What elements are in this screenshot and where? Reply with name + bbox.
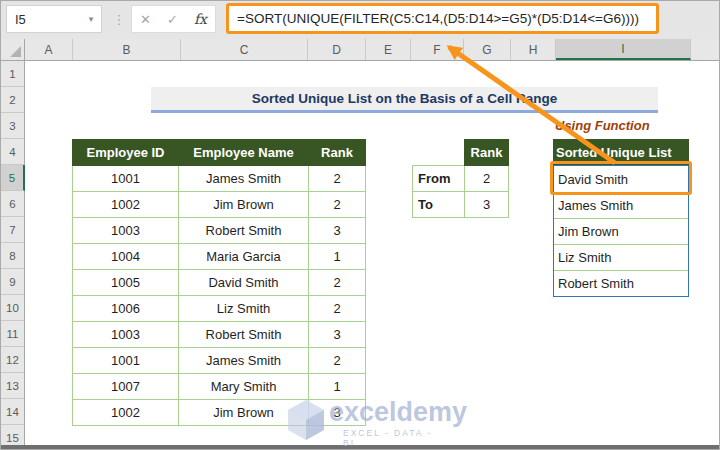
employee-table-header-row: Employee ID Employee Name Rank — [73, 140, 366, 166]
column-header-e[interactable]: E — [366, 39, 411, 60]
row-headers: 1 2 3 4 5 6 7 8 9 10 11 12 13 14 15 — [1, 61, 25, 450]
table-row: 1007Mary Smith1 — [73, 374, 366, 400]
cell-b8[interactable]: 1004 — [73, 244, 179, 270]
to-value-g6[interactable]: 3 — [465, 192, 509, 218]
cell-b12[interactable]: 1001 — [73, 348, 179, 374]
cell-c6[interactable]: Jim Brown — [179, 192, 309, 218]
from-label[interactable]: From — [413, 166, 465, 192]
column-header-a[interactable]: A — [25, 39, 73, 60]
column-header-d[interactable]: D — [308, 39, 366, 60]
row-header-7[interactable]: 7 — [1, 217, 25, 243]
column-header-i-selected[interactable]: I — [556, 39, 691, 60]
result-cell-i7[interactable]: Jim Brown — [554, 218, 688, 244]
criteria-table: Rank From 2 To 3 — [412, 139, 509, 218]
table-row: 1004Maria Garcia1 — [73, 244, 366, 270]
insert-function-icon[interactable]: fx — [194, 11, 207, 27]
row-header-9[interactable]: 9 — [1, 269, 25, 295]
cell-d10[interactable]: 2 — [309, 296, 366, 322]
criteria-rank-header[interactable]: Rank — [465, 140, 509, 166]
cell-d13[interactable]: 1 — [309, 374, 366, 400]
column-header-b[interactable]: B — [73, 39, 181, 60]
row-header-13[interactable]: 13 — [1, 373, 25, 399]
row-header-8[interactable]: 8 — [1, 243, 25, 269]
table-row: 1001James Smith2 — [73, 166, 366, 192]
criteria-header-row: Rank — [413, 140, 509, 166]
cancel-icon[interactable]: ✕ — [140, 12, 151, 27]
result-cell-i5-active[interactable]: David Smith — [554, 166, 688, 192]
cell-b5[interactable]: 1001 — [73, 166, 179, 192]
cell-c7[interactable]: Robert Smith — [179, 218, 309, 244]
toolbar-separator-icon: ⋮ — [112, 5, 126, 33]
table-row: From 2 — [413, 166, 509, 192]
cell-d9[interactable]: 2 — [309, 270, 366, 296]
row-header-12[interactable]: 12 — [1, 347, 25, 373]
cell-c5[interactable]: James Smith — [179, 166, 309, 192]
employee-id-header[interactable]: Employee ID — [73, 140, 179, 166]
row-header-5-selected[interactable]: 5 — [1, 165, 25, 191]
excel-window: I5 ▾ ⋮ ✕ ✓ fx =SORT(UNIQUE(FILTER(C5:C14… — [0, 0, 720, 450]
cell-c10[interactable]: Liz Smith — [179, 296, 309, 322]
name-box-dropdown-icon[interactable]: ▾ — [81, 14, 101, 24]
result-cell-i8[interactable]: Liz Smith — [554, 244, 688, 270]
cell-b9[interactable]: 1005 — [73, 270, 179, 296]
formula-bar[interactable]: =SORT(UNIQUE(FILTER(C5:C14,(D5:D14>=G5)*… — [226, 3, 659, 34]
cell-c14[interactable]: Jim Brown — [179, 400, 309, 426]
cell-c11[interactable]: Robert Smith — [179, 322, 309, 348]
cell-c13[interactable]: Mary Smith — [179, 374, 309, 400]
name-box[interactable]: I5 ▾ — [6, 5, 102, 33]
cell-d14[interactable]: 3 — [309, 400, 366, 426]
table-row: 1006Liz Smith2 — [73, 296, 366, 322]
cell-c9[interactable]: David Smith — [179, 270, 309, 296]
formula-toolbar: I5 ▾ ⋮ ✕ ✓ fx =SORT(UNIQUE(FILTER(C5:C14… — [1, 1, 720, 39]
row-header-4[interactable]: 4 — [1, 139, 25, 165]
row-header-3[interactable]: 3 — [1, 113, 25, 139]
row-header-10[interactable]: 10 — [1, 295, 25, 321]
cell-c12[interactable]: James Smith — [179, 348, 309, 374]
formula-buttons: ✕ ✓ fx — [131, 5, 216, 33]
result-cell-i6[interactable]: James Smith — [554, 192, 688, 218]
enter-icon[interactable]: ✓ — [167, 12, 178, 27]
column-header-f[interactable]: F — [411, 39, 464, 60]
name-box-value: I5 — [7, 12, 81, 27]
column-header-c[interactable]: C — [181, 39, 308, 60]
to-label[interactable]: To — [413, 192, 465, 218]
table-row: 1002Jim Brown3 — [73, 400, 366, 426]
row-header-2[interactable]: 2 — [1, 87, 25, 113]
cell-d12[interactable]: 2 — [309, 348, 366, 374]
column-headers: A B C D E F G H I — [1, 39, 720, 61]
cell-d5[interactable]: 2 — [309, 166, 366, 192]
cell-b11[interactable]: 1003 — [73, 322, 179, 348]
table-row: 1003Robert Smith3 — [73, 322, 366, 348]
from-value-g5[interactable]: 2 — [465, 166, 509, 192]
sorted-unique-list-header[interactable]: Sorted Unique List — [553, 139, 689, 165]
sheet-area: 1 2 3 4 5 6 7 8 9 10 11 12 13 14 15 Sort… — [1, 61, 720, 450]
result-cell-i9[interactable]: Robert Smith — [554, 270, 688, 296]
worksheet-title[interactable]: Sorted Unique List on the Basis of a Cel… — [151, 87, 658, 113]
row-header-1[interactable]: 1 — [1, 61, 25, 87]
cell-c8[interactable]: Maria Garcia — [179, 244, 309, 270]
cell-d11[interactable]: 3 — [309, 322, 366, 348]
cell-d7[interactable]: 3 — [309, 218, 366, 244]
window-bottom-edge — [1, 445, 720, 450]
cell-d8[interactable]: 1 — [309, 244, 366, 270]
column-header-g[interactable]: G — [464, 39, 511, 60]
cell-b10[interactable]: 1006 — [73, 296, 179, 322]
cell-b13[interactable]: 1007 — [73, 374, 179, 400]
row-header-11[interactable]: 11 — [1, 321, 25, 347]
empty-cell[interactable] — [413, 140, 465, 166]
spill-result-list: David Smith James Smith Jim Brown Liz Sm… — [553, 165, 689, 297]
employee-table: Employee ID Employee Name Rank 1001James… — [72, 139, 366, 426]
employee-name-header[interactable]: Employee Name — [179, 140, 309, 166]
row-header-14[interactable]: 14 — [1, 399, 25, 425]
table-row: To 3 — [413, 192, 509, 218]
cell-b6[interactable]: 1002 — [73, 192, 179, 218]
column-header-h[interactable]: H — [511, 39, 556, 60]
select-all-corner[interactable] — [1, 39, 25, 60]
rank-header[interactable]: Rank — [309, 140, 366, 166]
table-row: 1002Jim Brown2 — [73, 192, 366, 218]
cell-b7[interactable]: 1003 — [73, 218, 179, 244]
table-row: 1003Robert Smith3 — [73, 218, 366, 244]
cell-b14[interactable]: 1002 — [73, 400, 179, 426]
cell-d6[interactable]: 2 — [309, 192, 366, 218]
row-header-6[interactable]: 6 — [1, 191, 25, 217]
